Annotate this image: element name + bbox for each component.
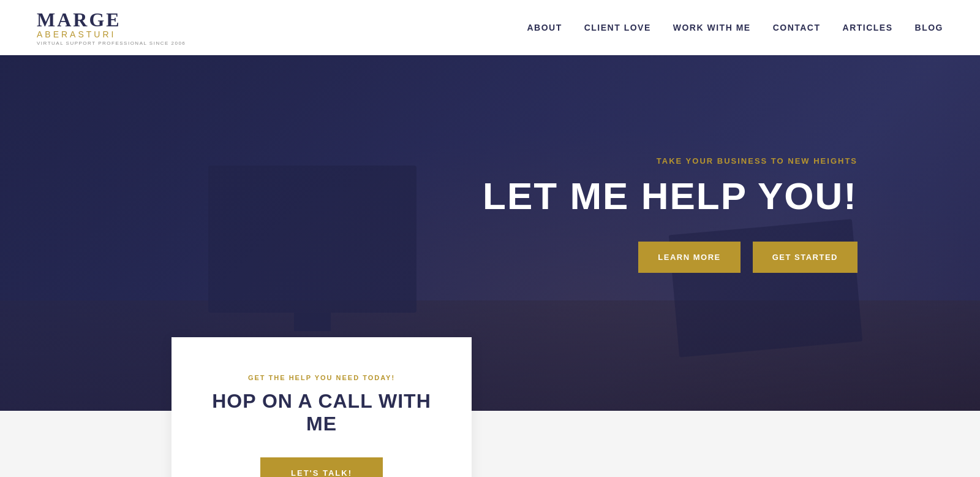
logo-tagline: VIRTUAL SUPPORT PROFESSIONAL SINCE 2006 xyxy=(37,40,186,46)
hero-subtitle: TAKE YOUR BUSINESS TO NEW HEIGHTS xyxy=(483,156,858,166)
main-nav: ABOUT CLIENT LOVE WORK WITH ME CONTACT A… xyxy=(527,23,943,32)
logo-name-aberasturi: ABERASTURI xyxy=(37,29,116,39)
card-heading: HOP ON A CALL WITH ME xyxy=(202,390,441,435)
logo-name-marge: MARGE xyxy=(37,10,121,29)
hero-content: TAKE YOUR BUSINESS TO NEW HEIGHTS LET ME… xyxy=(483,156,980,273)
card-label: GET THE HELP YOU NEED TODAY! xyxy=(202,374,441,381)
hero-section: TAKE YOUR BUSINESS TO NEW HEIGHTS LET ME… xyxy=(0,55,980,411)
nav-item-articles[interactable]: ARTICLES xyxy=(843,23,893,32)
hero-buttons: LEARN MORE GET STARTED xyxy=(483,242,858,273)
nav-item-about[interactable]: ABOUT xyxy=(527,23,562,32)
nav-item-work-with-me[interactable]: WORK WITH ME xyxy=(673,23,751,32)
lets-talk-button[interactable]: LET'S TALK! xyxy=(260,457,383,477)
get-started-button[interactable]: GET STARTED xyxy=(753,242,858,273)
nav-item-blog[interactable]: BLOG xyxy=(915,23,943,32)
learn-more-button[interactable]: LEARN MORE xyxy=(638,242,740,273)
logo[interactable]: MARGE ABERASTURI VIRTUAL SUPPORT PROFESS… xyxy=(37,10,186,46)
nav-item-contact[interactable]: CONTACT xyxy=(773,23,821,32)
call-card: GET THE HELP YOU NEED TODAY! HOP ON A CA… xyxy=(172,337,472,477)
nav-item-client-love[interactable]: CLIENT LOVE xyxy=(584,23,651,32)
site-header: MARGE ABERASTURI VIRTUAL SUPPORT PROFESS… xyxy=(0,0,980,55)
card-section: GET THE HELP YOU NEED TODAY! HOP ON A CA… xyxy=(0,411,980,477)
hero-title: LET ME HELP YOU! xyxy=(483,175,858,217)
